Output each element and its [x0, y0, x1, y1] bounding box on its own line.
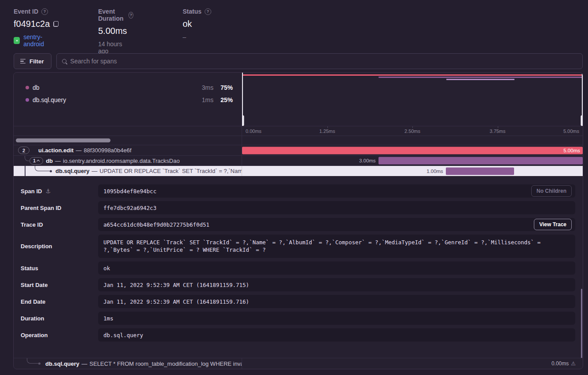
separator: — — [92, 168, 97, 174]
no-children-button[interactable]: No Children — [531, 185, 572, 197]
span-details: Span ID ⚓ 1095bd4ef8e94bcc No Children P… — [14, 176, 583, 358]
duration-bar[interactable] — [446, 167, 514, 175]
event-duration-value: 5.00ms — [98, 26, 127, 36]
tick-0ms: 0.00ms — [246, 129, 261, 134]
duration-bar[interactable]: 5.00ms — [242, 147, 583, 154]
duration-bar[interactable] — [379, 157, 583, 165]
children-count-badge[interactable]: 2 — [18, 147, 29, 154]
warning-icon: ⚠ — [571, 360, 576, 367]
legend-row-db[interactable]: db 3ms 75% — [14, 81, 242, 94]
view-trace-button[interactable]: View Trace — [534, 219, 572, 230]
operation-label: Operation — [21, 332, 48, 338]
tree-connector — [25, 156, 29, 161]
span-desc: io.sentry.android.roomsample.data.Tracks… — [63, 158, 180, 164]
help-icon[interactable]: ? — [205, 8, 211, 15]
op-percent: 25% — [213, 96, 233, 103]
start-date-label: Start Date — [21, 282, 48, 288]
event-time-ago: 14 hours ago — [98, 40, 133, 55]
duration-label: 0.00ms — [551, 360, 569, 367]
span-row-db[interactable]: 1 db — io.sentry.android.roomsample.data… — [14, 155, 583, 165]
op-color-dot — [26, 98, 29, 102]
span-id-label: Span ID — [21, 188, 42, 195]
op-time: 1ms — [193, 96, 213, 103]
status-value: ok — [183, 19, 192, 29]
spans-toolbar: Filter — [14, 53, 583, 69]
span-desc: 88f300998a0b4e6f — [84, 147, 131, 154]
tree-connector — [27, 358, 38, 364]
minimap-span-purple — [379, 77, 583, 78]
status-label: Status — [183, 8, 202, 15]
minimap-span-light-purple — [446, 79, 514, 80]
duration-label: 3.00ms — [359, 158, 376, 163]
span-desc: SELECT * FROM room_table_modification_lo… — [89, 360, 242, 367]
horizontal-scrollbar[interactable] — [16, 139, 110, 143]
duration-label: 5.00ms — [563, 148, 583, 153]
start-date-value: Jan 11, 2022 9:52:39 AM CET (1641891159.… — [98, 278, 575, 291]
children-count-badge[interactable]: 1 — [29, 157, 43, 165]
span-row-ui-action-edit[interactable]: 2 ui.action.edit — 88f300998a0b4e6f 5.00… — [14, 145, 583, 155]
description-label: Description — [21, 243, 52, 250]
tree-node-dot — [38, 363, 40, 365]
tick-1-25ms: 1.25ms — [319, 129, 335, 134]
trace-minimap[interactable] — [242, 73, 583, 126]
span-duration-value: 1ms — [98, 312, 575, 325]
project-link[interactable]: sentry-android — [23, 33, 59, 48]
event-duration-label: Event Duration — [98, 8, 125, 22]
ops-breakdown: db 3ms 75% db.sql.query 1ms 25% — [14, 73, 242, 126]
op-percent: 75% — [213, 84, 233, 91]
filter-icon — [20, 59, 26, 64]
legend-row-db-sql-query[interactable]: db.sql.query 1ms 25% — [14, 94, 242, 106]
search-input[interactable] — [70, 58, 577, 65]
tick-5ms: 5.00ms — [563, 129, 579, 134]
operation-value: db.sql.query — [98, 328, 575, 342]
tick-3-75ms: 3.75ms — [489, 129, 505, 134]
event-id-label: Event ID — [14, 8, 38, 15]
span-op: db.sql.query — [55, 168, 89, 174]
separator: — — [81, 360, 87, 367]
parent-span-id-value: ffe7dbc92a6942c3 — [98, 201, 575, 214]
op-name: db.sql.query — [33, 96, 193, 103]
trace-waterfall-panel: db 3ms 75% db.sql.query 1ms 25% — [13, 72, 583, 369]
span-status-value: ok — [98, 261, 575, 275]
span-duration-label: Duration — [21, 315, 44, 322]
span-status-label: Status — [21, 265, 38, 272]
tick-2-50ms: 2.50ms — [404, 129, 420, 134]
tree-connector — [25, 166, 26, 176]
span-desc: UPDATE OR REPLACE `Track` SET `TrackId` … — [99, 168, 242, 174]
op-time: 3ms — [193, 84, 213, 91]
time-ruler: 0.00ms 1.25ms 2.50ms 3.75ms 5.00ms — [242, 126, 583, 136]
status-placeholder: – — [183, 33, 186, 40]
span-op: db.sql.query — [45, 360, 79, 367]
end-date-label: End Date — [21, 298, 45, 305]
tree-connector — [35, 166, 50, 171]
minimap-span-red — [242, 74, 583, 76]
event-id-value: f0491c2a — [14, 19, 50, 29]
description-value: UPDATE OR REPLACE `Track` SET `TrackId` … — [98, 235, 575, 258]
span-row-select-query[interactable]: db.sql.query — SELECT * FROM room_table_… — [14, 358, 583, 369]
help-icon[interactable]: ? — [129, 12, 133, 18]
filter-button[interactable]: Filter — [14, 53, 51, 69]
android-icon — [14, 37, 20, 44]
trace-id-value: a654cc61dc0b48ef9d0b27275b6f0d51 View Tr… — [98, 218, 575, 231]
span-op: ui.action.edit — [38, 147, 74, 154]
anchor-icon[interactable]: ⚓ — [45, 188, 51, 195]
span-id-value: 1095bd4ef8e94bcc No Children — [98, 184, 575, 198]
copy-icon[interactable] — [53, 21, 59, 27]
chevron-up-icon — [37, 159, 40, 162]
end-date-value: Jan 11, 2022 9:52:39 AM CET (1641891159.… — [98, 295, 575, 308]
separator: — — [55, 158, 61, 164]
vertical-scrollbar[interactable] — [581, 289, 582, 358]
op-name: db — [33, 84, 193, 91]
filter-button-label: Filter — [29, 58, 44, 65]
op-color-dot — [26, 86, 29, 89]
separator: — — [76, 147, 81, 154]
span-search — [56, 53, 583, 69]
search-icon — [62, 59, 66, 63]
span-op: db — [46, 158, 53, 164]
span-row-db-sql-query-selected[interactable]: db.sql.query — UPDATE OR REPLACE `Track`… — [14, 165, 583, 176]
minimap-right-handle[interactable] — [582, 73, 583, 126]
trace-id-label: Trace ID — [21, 221, 43, 228]
minimap-left-handle[interactable] — [242, 73, 243, 126]
help-icon[interactable]: ? — [41, 8, 48, 15]
duration-label: 1.00ms — [426, 169, 443, 174]
